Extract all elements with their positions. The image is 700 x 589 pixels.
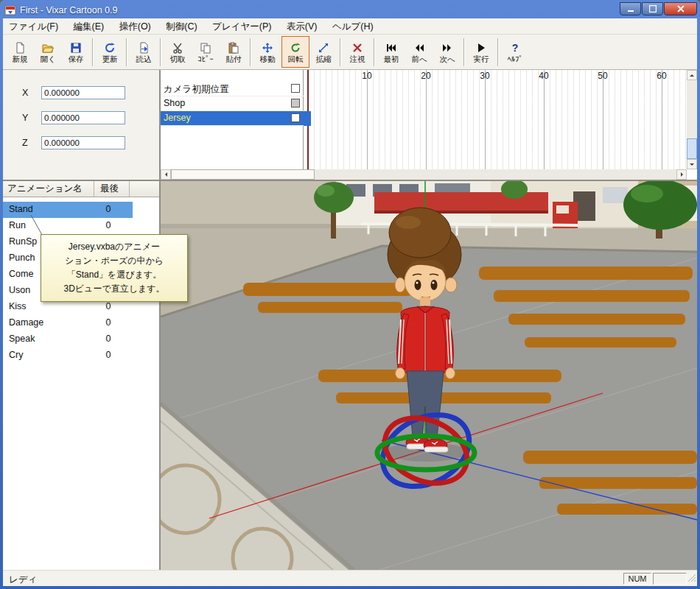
animation-row-cry[interactable]: Cry 0 — [3, 348, 133, 364]
toolbar-separator — [340, 38, 341, 66]
minimize-button[interactable] — [620, 2, 641, 15]
toolbar-separator — [463, 38, 465, 66]
menu-help[interactable]: ヘルプ(H) — [326, 18, 379, 35]
3d-viewport[interactable] — [161, 181, 697, 570]
help-icon: ? — [509, 41, 521, 54]
vscroll-thumb[interactable] — [687, 138, 697, 159]
track-checkbox[interactable] — [291, 84, 300, 93]
toolbar-button-load[interactable]: 読込 — [130, 36, 158, 68]
ruler-label: 50 — [594, 71, 612, 81]
column-header-last[interactable]: 最後 — [94, 181, 130, 197]
ruler-label: 60 — [653, 71, 671, 81]
x-input[interactable] — [41, 86, 125, 99]
menu-operate[interactable]: 操作(O) — [113, 18, 157, 35]
scale-icon — [318, 41, 329, 54]
scroll-up-icon[interactable] — [687, 70, 697, 80]
paste-icon — [228, 41, 239, 54]
timeline-track-shop[interactable]: Shop — [161, 96, 304, 111]
track-checkbox[interactable] — [291, 99, 300, 107]
load-icon — [138, 41, 150, 54]
tooltip-line: 3Dビューで直立します。 — [44, 282, 184, 296]
selected-track-marker — [304, 111, 311, 126]
first-icon — [385, 41, 397, 54]
animation-row-speak[interactable]: Speak 0 — [3, 331, 133, 348]
y-input[interactable] — [41, 111, 125, 124]
animation-row-stand[interactable]: Stand 0 — [3, 202, 133, 218]
toolbar-button-update[interactable]: 更新 — [96, 36, 124, 68]
tooltip-callout: Jersey.vxbaのアニメー ション・ポーズの中から 「Stand」を選びま… — [41, 234, 188, 302]
svg-text:?: ? — [512, 42, 519, 54]
tooltip-line: Jersey.vxbaのアニメー — [44, 240, 184, 254]
z-input[interactable] — [41, 136, 125, 149]
close-button[interactable] — [664, 2, 697, 15]
toolbar-button-cut[interactable]: 切取 — [164, 36, 192, 68]
status-text: レディ — [9, 574, 37, 586]
coordinate-panel: X Y Z — [3, 70, 161, 181]
tooltip-line: 「Stand」を選びます。 — [44, 268, 184, 282]
menu-control[interactable]: 制御(C) — [160, 18, 203, 35]
3d-scene — [161, 181, 697, 570]
prev-icon — [413, 41, 425, 54]
ruler-label: 30 — [476, 71, 494, 81]
new-icon — [14, 41, 26, 54]
z-label: Z — [22, 138, 32, 148]
ruler-label: 40 — [535, 71, 553, 81]
menu-view[interactable]: 表示(V) — [281, 18, 323, 35]
open-icon — [42, 41, 54, 54]
maximize-button[interactable] — [642, 2, 663, 15]
toolbar-button-copy[interactable]: ｺﾋﾟｰ — [192, 36, 220, 68]
timeline-track-camera[interactable]: カメラ初期位置 — [161, 82, 304, 96]
num-indicator: NUM — [623, 573, 651, 585]
y-label: Y — [22, 113, 32, 123]
toolbar-button-new[interactable]: 新規 — [6, 36, 34, 68]
ruler-label: 10 — [358, 71, 376, 81]
menu-file[interactable]: ファイル(F) — [3, 18, 64, 35]
timeline-vscrollbar[interactable] — [687, 70, 697, 169]
toolbar-button-prev[interactable]: 前へ — [405, 36, 433, 68]
titlebar: First - Vixar Cartoon 0.9 — [3, 2, 697, 18]
cut-icon — [172, 41, 183, 54]
menubar: ファイル(F) 編集(E) 操作(O) 制御(C) プレイヤー(P) 表示(V)… — [3, 18, 697, 35]
toolbar: 新規 開く 保存 更新 読込 切取 ｺﾋﾟｰ 貼 — [3, 35, 697, 70]
toolbar-separator — [126, 38, 127, 66]
track-checkbox[interactable] — [291, 113, 300, 122]
menu-edit[interactable]: 編集(E) — [68, 18, 111, 35]
toolbar-button-run[interactable]: 実行 — [467, 36, 495, 68]
play-icon — [475, 41, 487, 54]
animation-list-header: アニメーション名 最後 — [3, 181, 159, 197]
x-label: X — [22, 88, 32, 98]
menu-player[interactable]: プレイヤー(P) — [206, 18, 277, 35]
toolbar-button-scale[interactable]: 拡縮 — [309, 36, 337, 68]
window-title: First - Vixar Cartoon 0.9 — [20, 5, 619, 15]
timeline-track-jersey[interactable]: Jersey — [161, 111, 304, 126]
hscroll-thumb[interactable] — [171, 169, 315, 180]
toolbar-separator — [160, 38, 161, 66]
status-box-empty — [653, 573, 687, 585]
animation-row-run[interactable]: Run 0 — [3, 218, 133, 234]
toolbar-button-open[interactable]: 開く — [34, 36, 62, 68]
resize-grip[interactable] — [687, 572, 696, 585]
toolbar-button-gaze[interactable]: 注視 — [343, 36, 371, 68]
statusbar: レディ NUM — [3, 570, 697, 586]
animation-row-damage[interactable]: Damage 0 — [3, 315, 133, 331]
toolbar-separator — [374, 38, 375, 66]
toolbar-button-save[interactable]: 保存 — [62, 36, 90, 68]
toolbar-button-rotate[interactable]: 回転 — [281, 36, 309, 68]
scroll-right-icon[interactable] — [676, 169, 687, 180]
scroll-left-icon[interactable] — [161, 169, 171, 180]
next-icon — [441, 41, 453, 54]
toolbar-separator — [250, 38, 251, 66]
column-header-name[interactable]: アニメーション名 — [3, 181, 94, 197]
toolbar-button-help[interactable]: ? ﾍﾙﾌﾟ — [501, 36, 529, 68]
app-icon — [4, 4, 16, 16]
timeline-grid[interactable] — [308, 70, 687, 169]
toolbar-button-move[interactable]: 移動 — [253, 36, 281, 68]
scroll-down-icon[interactable] — [687, 159, 697, 169]
toolbar-button-next[interactable]: 次へ — [433, 36, 461, 68]
toolbar-button-first[interactable]: 最初 — [377, 36, 405, 68]
toolbar-button-paste[interactable]: 貼付 — [220, 36, 248, 68]
tooltip-line: ション・ポーズの中から — [44, 254, 184, 268]
save-icon — [70, 41, 82, 54]
rotate-icon — [290, 41, 301, 54]
timeline-hscrollbar[interactable] — [161, 169, 687, 180]
